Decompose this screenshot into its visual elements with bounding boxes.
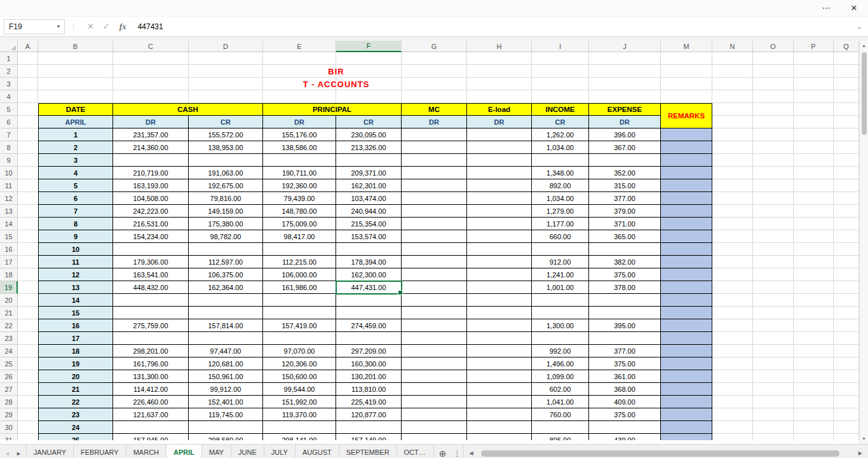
cell-D11[interactable]: 192,675.00 bbox=[189, 179, 263, 192]
cell-A16[interactable] bbox=[18, 243, 38, 256]
column-header-G[interactable]: G bbox=[402, 41, 467, 52]
cell-M16[interactable] bbox=[661, 243, 712, 256]
cell-Q6[interactable] bbox=[834, 116, 859, 128]
cell-A9[interactable] bbox=[18, 154, 38, 167]
cell-D17[interactable]: 112,597.00 bbox=[189, 256, 263, 268]
cell-P16[interactable] bbox=[794, 243, 834, 256]
cell-P13[interactable] bbox=[794, 205, 834, 218]
cell-P21[interactable] bbox=[794, 307, 834, 319]
cell-B10[interactable]: 4 bbox=[38, 167, 113, 179]
cell-O5[interactable] bbox=[753, 103, 794, 116]
cell-B9[interactable]: 3 bbox=[38, 154, 113, 167]
cell-H20[interactable] bbox=[467, 294, 532, 307]
table-header-eload[interactable]: E-load bbox=[467, 103, 532, 116]
cell-Q23[interactable] bbox=[834, 332, 859, 345]
cell-F19[interactable]: 447,431.00 bbox=[336, 281, 402, 294]
row-header-25[interactable]: 25 bbox=[0, 357, 18, 370]
cell-H28[interactable] bbox=[467, 396, 532, 408]
cell-I18[interactable]: 1,241.00 bbox=[532, 268, 589, 281]
row-header-14[interactable]: 14 bbox=[0, 218, 18, 230]
cell-P4[interactable] bbox=[794, 90, 834, 103]
row-header-17[interactable]: 17 bbox=[0, 256, 18, 268]
cell-G27[interactable] bbox=[402, 383, 467, 396]
cell-C30[interactable] bbox=[113, 421, 189, 434]
sheet-tab-january[interactable]: JANUARY bbox=[26, 445, 74, 458]
cell-D31[interactable]: 298,580.00 bbox=[189, 434, 263, 440]
cell-I14[interactable]: 1,177.00 bbox=[532, 218, 589, 230]
cell-B14[interactable]: 8 bbox=[38, 218, 113, 230]
cell-D29[interactable]: 119,745.00 bbox=[189, 408, 263, 421]
cell-A1[interactable] bbox=[18, 52, 38, 65]
cell-I19[interactable]: 1,001.00 bbox=[532, 281, 589, 294]
cell-D27[interactable]: 99,912.00 bbox=[189, 383, 263, 396]
name-box[interactable]: F19 ▾ bbox=[4, 19, 65, 34]
cell-A21[interactable] bbox=[18, 307, 38, 319]
cell-D24[interactable]: 97,447.00 bbox=[189, 345, 263, 357]
cell-Q25[interactable] bbox=[834, 357, 859, 370]
cell-C27[interactable]: 114,412.00 bbox=[113, 383, 189, 396]
horizontal-scrollbar[interactable]: ◀ ▶ bbox=[463, 445, 868, 458]
cell-I13[interactable]: 1,279.00 bbox=[532, 205, 589, 218]
cell-C31[interactable]: 157,945.00 bbox=[113, 434, 189, 440]
cell-D20[interactable] bbox=[189, 294, 263, 307]
cell-B4[interactable] bbox=[38, 90, 113, 103]
column-header-J[interactable]: J bbox=[589, 41, 661, 52]
cell-A13[interactable] bbox=[18, 205, 38, 218]
cell-P24[interactable] bbox=[794, 345, 834, 357]
cell-O26[interactable] bbox=[753, 370, 794, 383]
cell-B21[interactable]: 15 bbox=[38, 307, 113, 319]
cell-A5[interactable] bbox=[18, 103, 38, 116]
cell-Q16[interactable] bbox=[834, 243, 859, 256]
cell-M27[interactable] bbox=[661, 383, 712, 396]
sheet-tab-april[interactable]: APRIL bbox=[166, 445, 202, 458]
cell-D3[interactable] bbox=[189, 78, 263, 90]
cell-A14[interactable] bbox=[18, 218, 38, 230]
row-header-9[interactable]: 9 bbox=[0, 154, 18, 167]
cell-M12[interactable] bbox=[661, 192, 712, 205]
cell-O30[interactable] bbox=[753, 421, 794, 434]
cell-A28[interactable] bbox=[18, 396, 38, 408]
cell-J17[interactable]: 382.00 bbox=[589, 256, 661, 268]
cell-D14[interactable]: 175,380.00 bbox=[189, 218, 263, 230]
sheet-tab-august[interactable]: AUGUST bbox=[295, 445, 339, 458]
cell-G12[interactable] bbox=[402, 192, 467, 205]
cell-G31[interactable] bbox=[402, 434, 467, 440]
cell-A24[interactable] bbox=[18, 345, 38, 357]
cell-N8[interactable] bbox=[712, 141, 753, 154]
cell-H13[interactable] bbox=[467, 205, 532, 218]
cell-F8[interactable]: 213,326.00 bbox=[336, 141, 402, 154]
column-header-I[interactable]: I bbox=[532, 41, 589, 52]
cell-G3[interactable] bbox=[402, 78, 467, 90]
cell-Q10[interactable] bbox=[834, 167, 859, 179]
cell-B29[interactable]: 23 bbox=[38, 408, 113, 421]
cell-M8[interactable] bbox=[661, 141, 712, 154]
cell-C9[interactable] bbox=[113, 154, 189, 167]
cell-N13[interactable] bbox=[712, 205, 753, 218]
cell-O23[interactable] bbox=[753, 332, 794, 345]
cell-E18[interactable]: 106,000.00 bbox=[263, 268, 336, 281]
cell-M31[interactable] bbox=[661, 434, 712, 440]
cell-J26[interactable]: 361.00 bbox=[589, 370, 661, 383]
cell-M9[interactable] bbox=[661, 154, 712, 167]
cell-F16[interactable] bbox=[336, 243, 402, 256]
cell-E23[interactable] bbox=[263, 332, 336, 345]
cell-D22[interactable]: 157,814.00 bbox=[189, 319, 263, 332]
table-subhead-C[interactable]: DR bbox=[113, 116, 189, 128]
row-header-23[interactable]: 23 bbox=[0, 332, 18, 345]
cell-C24[interactable]: 298,201.00 bbox=[113, 345, 189, 357]
next-sheet-icon[interactable]: ► bbox=[16, 450, 22, 457]
cell-H9[interactable] bbox=[467, 154, 532, 167]
cell-G18[interactable] bbox=[402, 268, 467, 281]
cell-J16[interactable] bbox=[589, 243, 661, 256]
cell-M3[interactable] bbox=[661, 78, 712, 90]
cell-O19[interactable] bbox=[753, 281, 794, 294]
cell-G1[interactable] bbox=[402, 52, 467, 65]
cell-E11[interactable]: 192,360.00 bbox=[263, 179, 336, 192]
cell-O25[interactable] bbox=[753, 357, 794, 370]
cell-E2[interactable] bbox=[263, 65, 336, 78]
cell-J4[interactable] bbox=[589, 90, 661, 103]
cell-B30[interactable]: 24 bbox=[38, 421, 113, 434]
scroll-right-icon[interactable]: ▶ bbox=[855, 450, 866, 456]
column-header-F[interactable]: F bbox=[336, 41, 402, 52]
cell-Q17[interactable] bbox=[834, 256, 859, 268]
